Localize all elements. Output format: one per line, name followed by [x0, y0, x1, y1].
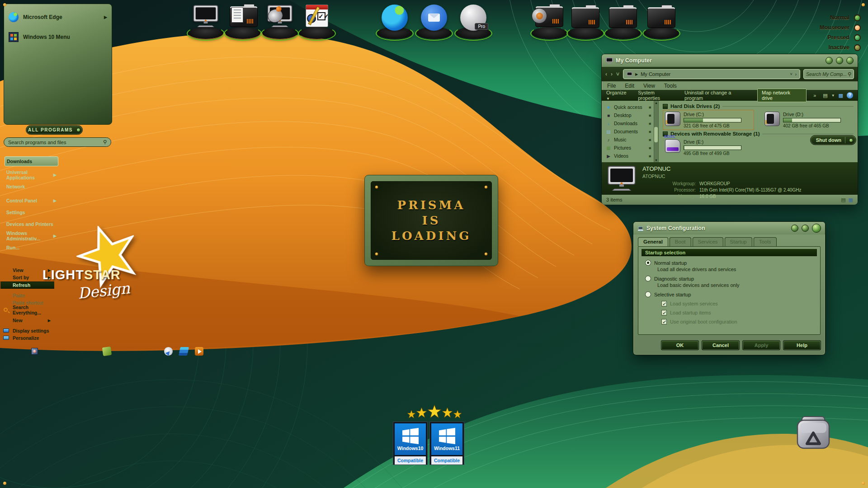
sysconfig-titlebar[interactable]: 💻 System Configuration — [633, 222, 825, 235]
desktop-icon-camera-folder[interactable] — [531, 4, 567, 42]
desktop-icon-paint-app[interactable]: ✓ — [299, 4, 335, 42]
uninstall-button[interactable]: Uninstall or change a program — [684, 90, 750, 101]
context-item-personalize[interactable]: Personalize — [0, 334, 54, 342]
apply-button[interactable]: Apply — [742, 340, 780, 350]
radio-icon[interactable] — [645, 276, 651, 282]
submenu-item-downloads[interactable]: Downloads — [5, 156, 58, 166]
breadcrumb[interactable]: ▶ My Computer ˅ › — [623, 69, 800, 79]
recent-pages-button[interactable]: ˅ — [616, 71, 620, 77]
help-button[interactable]: Help — [783, 340, 821, 350]
minimize-button[interactable] — [791, 225, 798, 232]
submenu-item-windows-administrative[interactable]: Windows Administrativ...▶ — [5, 230, 58, 242]
desktop-icon-thunderbird[interactable] — [416, 4, 452, 42]
submenu-item-control-panel[interactable]: Control Panel▶ — [5, 195, 58, 206]
context-item-new[interactable]: New▶ — [0, 317, 54, 324]
context-item-view[interactable]: View▶ — [0, 267, 54, 274]
nav-pictures[interactable]: ▦Pictures◆ — [602, 144, 654, 152]
tab-services[interactable]: Services — [693, 237, 723, 246]
desktop-icon-computer[interactable] — [188, 4, 224, 42]
section-collapse-icon[interactable] — [663, 104, 668, 109]
shutdown-options-dot-icon[interactable] — [849, 138, 853, 142]
radio-selected-icon[interactable] — [645, 260, 651, 266]
close-button[interactable] — [846, 57, 854, 64]
submenu-item-run[interactable]: Run... — [5, 242, 58, 253]
views-icon[interactable]: ▤ — [823, 93, 827, 99]
desktop-icon-folder-3[interactable] — [643, 4, 679, 42]
list-view-icon[interactable]: ▤ — [841, 197, 845, 203]
desktop-icon-documents[interactable] — [225, 4, 261, 42]
tab-boot[interactable]: Boot — [670, 237, 691, 246]
help-icon[interactable]: ? — [847, 92, 853, 99]
desktop-icon-satellite[interactable] — [262, 4, 298, 42]
startmenu-item-windows10-menu[interactable]: Windows 10 Menu — [4, 30, 112, 44]
nav-documents[interactable]: ▤Documents◆ — [602, 127, 654, 136]
context-item-paste[interactable]: Paste — [0, 292, 54, 299]
context-item-refresh[interactable]: Refresh — [0, 282, 54, 289]
submenu-item-network[interactable]: Network — [5, 181, 58, 192]
maximize-button[interactable] — [802, 225, 809, 232]
startmenu-search-input[interactable] — [8, 140, 103, 145]
option-selective-startup[interactable]: Selective startup — [645, 291, 817, 297]
tab-tools[interactable]: Tools — [754, 237, 777, 246]
radio-icon[interactable] — [645, 291, 651, 297]
startmenu-item-edge[interactable]: Microsoft Edge ▶ — [4, 10, 112, 24]
nav-quick-access[interactable]: ★Quick access◆ — [602, 103, 654, 111]
drive-e-item[interactable]: SDXC Drive (E:) 495 GB free of 499 GB — [663, 137, 754, 158]
menu-tools[interactable]: Tools — [664, 83, 677, 89]
submenu-item-universal-applications[interactable]: Universal Applications▶ — [5, 169, 58, 181]
cancel-button[interactable]: Cancel — [702, 340, 740, 350]
nav-desktop[interactable]: ■Desktop◆ — [602, 111, 654, 119]
context-item-search-everything[interactable]: Search Everything... — [0, 306, 54, 314]
checkbox-checked-icon[interactable] — [661, 310, 667, 315]
nav-scrollbar[interactable]: ▲ ▼ — [654, 101, 659, 162]
wallet-app-icon[interactable] — [102, 347, 112, 356]
option-normal-startup[interactable]: Normal startup — [645, 260, 817, 266]
thumbnail-view-icon[interactable]: ▦ — [849, 197, 853, 203]
scrollbar-thumb[interactable] — [654, 127, 658, 142]
compass-app-icon[interactable] — [164, 347, 173, 356]
option-diagnostic-startup[interactable]: Diagnostic startup — [645, 276, 817, 282]
desktop-icon-folder-1[interactable] — [567, 4, 604, 42]
toolbar-overflow-button[interactable]: » — [813, 93, 816, 98]
tab-startup[interactable]: Startup — [725, 237, 752, 246]
explorer-search-input[interactable] — [806, 71, 848, 77]
preview-pane-icon[interactable]: ▩ — [839, 93, 843, 99]
check-use-original-boot[interactable]: Use original boot configuration — [661, 319, 817, 324]
desktop-icon-folder-2[interactable] — [605, 4, 641, 42]
menu-file[interactable]: File — [607, 83, 616, 89]
menu-edit[interactable]: Edit — [625, 83, 634, 89]
all-programs-button[interactable]: ALL PROGRAMS — [26, 125, 83, 135]
submenu-item-settings[interactable]: Settings — [5, 206, 58, 218]
menu-view[interactable]: View — [643, 83, 655, 89]
context-item-display-settings[interactable]: Display settings — [0, 327, 54, 334]
ok-button[interactable]: OK — [661, 340, 699, 350]
shutdown-button[interactable]: Shut down — [810, 135, 856, 145]
maximize-button[interactable] — [836, 57, 843, 64]
minimize-button[interactable] — [826, 57, 833, 64]
explorer-titlebar[interactable]: My Computer — [602, 54, 858, 67]
refresh-go-icon[interactable]: › — [795, 72, 797, 77]
section-hard-disk-drives[interactable]: Hard Disk Drives (2) — [663, 103, 854, 109]
close-button[interactable] — [812, 224, 821, 233]
system-properties-button[interactable]: System properties — [638, 90, 678, 101]
check-load-startup-items[interactable]: Load startup items — [661, 310, 817, 315]
explorer-search-box[interactable]: ⚲ — [803, 69, 854, 79]
desktop-icon-earth-pro[interactable]: Pro — [455, 4, 491, 42]
search-icon[interactable]: ⚲ — [848, 71, 851, 77]
startmenu-search-box[interactable]: ⚲ — [4, 137, 111, 147]
check-load-system-services[interactable]: Load system services — [661, 301, 817, 306]
checkbox-checked-icon[interactable] — [661, 301, 667, 306]
address-dropdown-icon[interactable]: ˅ — [790, 72, 792, 76]
submenu-item-devices-printers[interactable]: Devices and Printers — [5, 218, 58, 230]
tab-general[interactable]: General — [638, 237, 668, 246]
drive-d-item[interactable]: Drive (D:) 402 GB free of 465 GB — [762, 110, 854, 130]
layers-app-icon[interactable] — [179, 347, 189, 356]
scroll-up-icon[interactable]: ▲ — [655, 101, 658, 104]
map-network-drive-button[interactable]: Map network drive — [757, 89, 807, 102]
back-button[interactable]: ‹ — [605, 71, 608, 77]
nav-music[interactable]: ♪Music◆ — [602, 136, 654, 144]
scroll-down-icon[interactable]: ▼ — [655, 159, 658, 162]
checkbox-checked-icon[interactable] — [661, 319, 667, 324]
desktop-icon-edge[interactable] — [377, 4, 413, 42]
media-player-app-icon[interactable] — [195, 347, 203, 356]
